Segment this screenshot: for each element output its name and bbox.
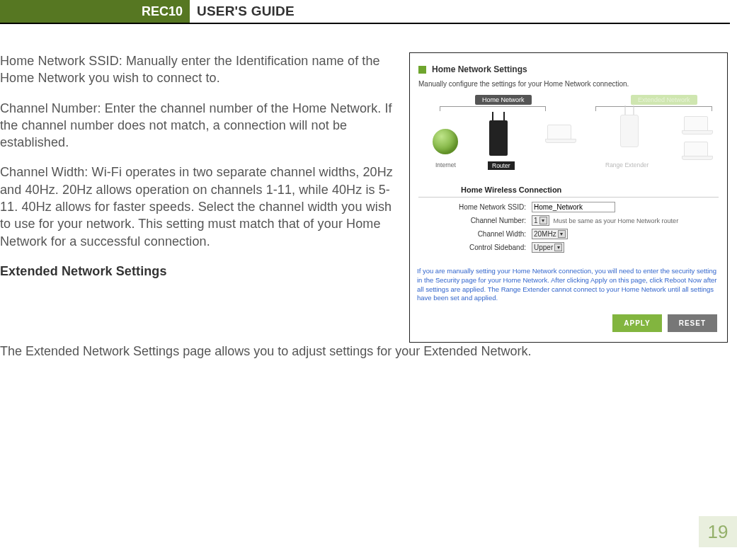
header-badge: REC10 xyxy=(0,0,190,23)
panel-warning-note: If you are manually setting your Home Ne… xyxy=(410,263,727,309)
page-number-box: 19 xyxy=(699,516,737,547)
diagram-internet-label: Internet xyxy=(435,161,456,168)
reset-button[interactable]: RESET xyxy=(668,314,717,332)
control-sideband-label: Control Sideband: xyxy=(418,244,532,251)
control-sideband-select[interactable]: Upper ▾ xyxy=(532,242,564,253)
channel-width-select[interactable]: 20MHz ▾ xyxy=(532,229,568,239)
ssid-label: Home Network SSID: xyxy=(418,203,532,211)
router-icon xyxy=(489,120,508,156)
form-section-title: Home Wireless Connection xyxy=(418,183,719,198)
laptop-icon xyxy=(684,116,708,132)
diagram-router-label: Router xyxy=(488,161,515,170)
panel-subtitle: Manually configure the settings for your… xyxy=(418,76,719,93)
chevron-down-icon: ▾ xyxy=(558,230,566,238)
diagram-range-extender-label: Range Extender xyxy=(605,161,649,168)
laptop-icon xyxy=(547,125,571,140)
body-text-column: Home Network SSID: Manually enter the Id… xyxy=(0,52,396,292)
page-header: REC10 USER'S GUIDE xyxy=(0,0,730,24)
diagram-extended-label: Extended Network xyxy=(631,95,697,105)
chevron-down-icon: ▾ xyxy=(554,244,562,251)
paragraph-extended-description: The Extended Network Settings page allow… xyxy=(0,343,737,360)
range-extender-icon xyxy=(620,115,639,147)
channel-width-label: Channel Width: xyxy=(418,230,532,238)
panel-title: Home Network Settings xyxy=(432,64,527,74)
diagram-home-label: Home Network xyxy=(475,95,532,105)
paragraph-ssid: Home Network SSID: Manually enter the Id… xyxy=(0,52,396,87)
heading-extended-network: Extended Network Settings xyxy=(0,263,396,280)
square-bullet-icon xyxy=(418,66,426,74)
paragraph-channel-width: Channel Width: Wi-Fi operates in two sep… xyxy=(0,164,396,249)
channel-number-select[interactable]: 1 ▾ xyxy=(532,215,549,226)
laptop-icon xyxy=(684,142,708,157)
page-number: 19 xyxy=(708,521,729,543)
control-sideband-value: Upper xyxy=(534,244,553,251)
ssid-input[interactable] xyxy=(532,202,615,212)
channel-number-label: Channel Number: xyxy=(418,217,532,224)
chevron-down-icon: ▾ xyxy=(539,217,547,224)
apply-button[interactable]: APPLY xyxy=(612,314,661,332)
paragraph-channel-number: Channel Number: Enter the channel number… xyxy=(0,100,396,152)
bracket-icon xyxy=(440,106,546,110)
globe-icon xyxy=(433,129,458,154)
settings-screenshot: Home Network Settings Manually configure… xyxy=(409,52,728,343)
network-diagram: Home Network Extended Network Internet R… xyxy=(418,93,719,178)
bracket-icon xyxy=(595,106,712,110)
channel-number-value: 1 xyxy=(534,217,538,224)
channel-number-note: Must be same as your Home Network router xyxy=(554,217,679,224)
channel-width-value: 20MHz xyxy=(534,230,556,238)
header-title: USER'S GUIDE xyxy=(190,0,295,23)
